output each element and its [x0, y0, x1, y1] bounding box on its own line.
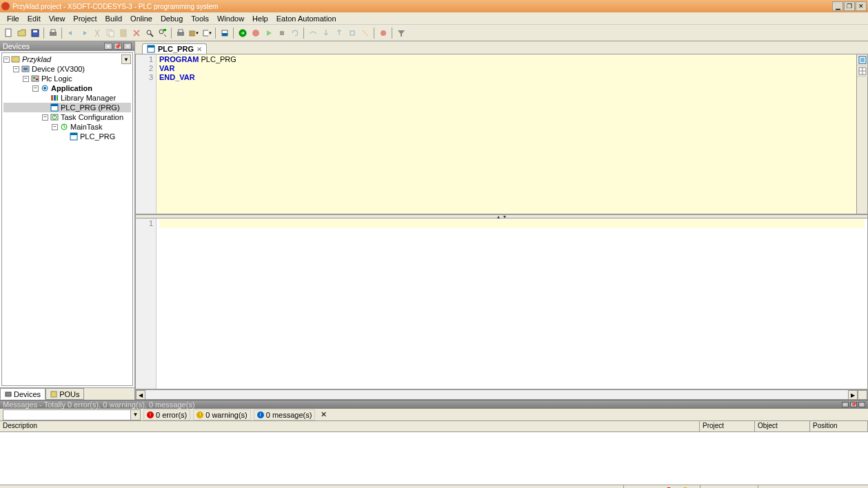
- menu-help[interactable]: Help: [248, 13, 272, 24]
- messages-filter[interactable]: i 0 message(s): [254, 409, 316, 420]
- tree-node[interactable]: PLC_PRG (PRG): [3, 103, 131, 112]
- redo-button[interactable]: [78, 27, 90, 39]
- messages-pin-button[interactable]: 📌: [850, 402, 857, 407]
- col-object[interactable]: Object: [755, 421, 810, 431]
- body-pane[interactable]: 1: [136, 218, 867, 389]
- devices-tree[interactable]: ▼ −Przyklad−Device (XV300)−Plc Logic−App…: [1, 52, 133, 386]
- tree-node[interactable]: −Task Configuration: [3, 112, 131, 122]
- copy-button[interactable]: [104, 27, 117, 39]
- item-button[interactable]: ▼: [201, 27, 213, 39]
- scroll-track[interactable]: [145, 390, 848, 399]
- logout-button[interactable]: [250, 27, 262, 39]
- tree-node[interactable]: −Application: [3, 83, 131, 93]
- menu-project[interactable]: Project: [69, 13, 101, 24]
- editor-tab-close-button[interactable]: ✕: [196, 45, 202, 53]
- paste-button[interactable]: [117, 27, 130, 39]
- panel-dock-button[interactable]: 📌: [114, 43, 122, 50]
- menu-view[interactable]: View: [45, 13, 70, 24]
- breakpoint-button[interactable]: [377, 27, 390, 39]
- panel-pin-button[interactable]: ▾: [104, 43, 112, 50]
- svg-rect-6: [109, 31, 114, 37]
- messages-close-button[interactable]: ✕: [858, 402, 865, 407]
- stop-button[interactable]: [276, 27, 288, 39]
- toolbar: ▼ ▼: [0, 25, 868, 41]
- cut-button[interactable]: [91, 27, 103, 39]
- close-button[interactable]: ✕: [856, 1, 867, 11]
- combo-dropdown-button[interactable]: ▼: [130, 410, 140, 420]
- login-button[interactable]: [236, 27, 249, 39]
- menu-build[interactable]: Build: [101, 13, 126, 24]
- delete-button[interactable]: [130, 27, 143, 39]
- scroll-corner: [858, 390, 867, 400]
- tree-node[interactable]: PLC_PRG: [3, 132, 131, 141]
- col-position[interactable]: Position: [810, 421, 868, 431]
- col-project[interactable]: Project: [700, 421, 755, 431]
- tree-node[interactable]: −Plc Logic: [3, 74, 131, 83]
- tree-expand-button[interactable]: −: [52, 124, 58, 130]
- svg-rect-14: [190, 31, 195, 36]
- print-button[interactable]: [47, 27, 59, 39]
- tree-node[interactable]: −MainTask: [3, 122, 131, 132]
- save-button[interactable]: [29, 27, 41, 39]
- step-out-button[interactable]: [333, 27, 345, 39]
- warnings-filter[interactable]: ! 0 warning(s): [193, 409, 251, 420]
- maximize-button[interactable]: ❐: [844, 1, 855, 11]
- filter-button[interactable]: [395, 27, 407, 39]
- tree-expand-button[interactable]: −: [42, 114, 48, 121]
- text-view-button[interactable]: [857, 54, 868, 65]
- clear-messages-button[interactable]: ✕: [318, 410, 330, 419]
- tab-devices[interactable]: Devices: [0, 388, 46, 400]
- col-description[interactable]: Description: [0, 421, 700, 431]
- find-button[interactable]: [143, 27, 156, 39]
- tree-dropdown-button[interactable]: ▼: [121, 54, 131, 64]
- minimize-button[interactable]: ▁: [832, 1, 843, 11]
- find-replace-button[interactable]: [157, 27, 169, 39]
- svg-rect-0: [6, 29, 11, 37]
- svg-rect-42: [6, 392, 11, 396]
- step-into-button[interactable]: [320, 27, 332, 39]
- set-next-button[interactable]: [359, 27, 372, 39]
- editor-tab-plc-prg[interactable]: PLC_PRG ✕: [142, 43, 207, 54]
- status-lastbuild: Last build: 0 0: [623, 485, 700, 488]
- print2-button[interactable]: [174, 27, 187, 39]
- tab-pous[interactable]: POUs: [46, 388, 84, 400]
- step-over-button[interactable]: [307, 27, 319, 39]
- open-button[interactable]: [16, 27, 28, 39]
- messages-category-combo[interactable]: ▼: [3, 409, 141, 420]
- messages-header: Messages - Totally 0 error(s), 0 warning…: [0, 400, 868, 409]
- tree-expand-button[interactable]: −: [32, 85, 39, 92]
- messages-dropdown-button[interactable]: ▾: [842, 402, 849, 407]
- run-to-cursor-button[interactable]: [346, 27, 359, 39]
- tree-expand-button[interactable]: −: [13, 66, 19, 72]
- undo-button[interactable]: [65, 27, 77, 39]
- scroll-right-button[interactable]: ▶: [848, 390, 858, 400]
- menu-debug[interactable]: Debug: [157, 13, 187, 24]
- declaration-pane[interactable]: 123 PROGRAM PLC_PRGVAREND_VAR: [136, 54, 867, 214]
- build-button[interactable]: [219, 27, 231, 39]
- tree-node[interactable]: −Przyklad: [3, 54, 131, 64]
- menu-eaton[interactable]: Eaton Automation: [272, 13, 341, 24]
- svg-point-30: [43, 87, 46, 90]
- tree-node[interactable]: Library Manager: [3, 93, 131, 103]
- single-cycle-button[interactable]: [289, 27, 301, 39]
- body-code[interactable]: [157, 218, 867, 389]
- messages-grid[interactable]: Description Project Object Position: [0, 421, 868, 485]
- errors-filter[interactable]: ! 0 error(s): [143, 409, 190, 420]
- declaration-code[interactable]: PROGRAM PLC_PRGVAREND_VAR: [157, 54, 856, 214]
- menu-window[interactable]: Window: [213, 13, 248, 24]
- scroll-left-button[interactable]: ◀: [136, 390, 145, 400]
- menu-file[interactable]: File: [3, 13, 23, 24]
- table-view-button[interactable]: [857, 65, 868, 77]
- tree-node[interactable]: −Device (XV300): [3, 64, 131, 74]
- editor-hscroll[interactable]: ◀ ▶: [136, 389, 867, 399]
- tree-expand-button[interactable]: −: [3, 57, 10, 63]
- tree-label: Device (XV300): [32, 65, 85, 73]
- tree-expand-button[interactable]: −: [23, 76, 29, 82]
- menu-edit[interactable]: Edit: [23, 13, 45, 24]
- start-button[interactable]: [263, 27, 275, 39]
- menu-online[interactable]: Online: [126, 13, 157, 24]
- new-button[interactable]: [3, 27, 15, 39]
- toolbox-button[interactable]: ▼: [188, 27, 200, 39]
- panel-close-button[interactable]: ✕: [123, 43, 132, 50]
- menu-tools[interactable]: Tools: [187, 13, 213, 24]
